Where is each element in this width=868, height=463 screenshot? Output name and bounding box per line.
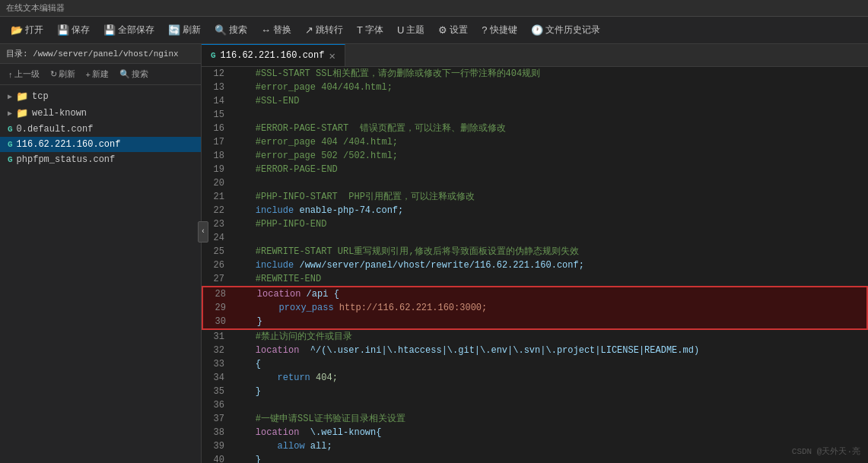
active-tab[interactable]: G 116.62.221.160.conf ✕ (202, 44, 345, 66)
code-token: /www/server/panel/vhost/rewrite/116.62.2… (294, 260, 584, 271)
code-line-row: 18 #error_page 502 /502.html; (202, 149, 868, 163)
code-token (234, 441, 278, 452)
tab-close-button[interactable]: ✕ (329, 49, 335, 62)
file-tree: ▶ 📁 tcp ▶ 📁 well-known G 0.default.conf … (0, 85, 201, 463)
sidebar-collapse-button[interactable]: ‹ (198, 221, 208, 243)
code-token: #ERROR-PAGE-START 错误页配置，可以注释、删除或修改 (234, 123, 506, 134)
font-label: 字体 (365, 24, 383, 36)
sidebar: 目录: /www/server/panel/vhost/nginx ↑上一级↻刷… (0, 44, 202, 463)
code-token: #SSL-START SSL相关配置，请勿删除或修改下一行带注释的404规则 (234, 68, 540, 79)
toolbar-btn-theme[interactable]: U主题 (391, 21, 431, 39)
toolbar-btn-save[interactable]: 💾保存 (51, 21, 96, 39)
code-editor[interactable]: 12 #SSL-START SSL相关配置，请勿删除或修改下一行带注释的404规… (202, 67, 868, 463)
tabs-bar: G 116.62.221.160.conf ✕ (202, 44, 868, 67)
line-content: return 404; (231, 371, 868, 385)
code-line-row: 32 location ^/(\.user.ini|\.htaccess|\.g… (202, 344, 868, 357)
sidebar-action-search[interactable]: 🔍搜索 (116, 67, 152, 81)
goto-icon: ↗ (305, 24, 313, 36)
code-token (234, 205, 256, 216)
code-line-row: 30 } (202, 315, 868, 330)
line-content: #SSL-START SSL相关配置，请勿删除或修改下一行带注释的404规则 (231, 67, 868, 81)
line-number: 32 (202, 344, 231, 357)
file-name: phpfpm_status.conf (17, 154, 116, 165)
line-number: 35 (202, 385, 231, 398)
toolbar-btn-history[interactable]: 🕐文件历史记录 (525, 21, 606, 39)
code-token: #禁止访问的文件或目录 (234, 331, 352, 342)
toolbar-btn-open[interactable]: 📂打开 (5, 21, 49, 39)
toolbar-btn-shortcut[interactable]: ?快捷键 (475, 21, 523, 39)
code-token: 404; (310, 373, 338, 383)
line-number: 31 (202, 330, 231, 344)
code-line-row: 21 #PHP-INFO-START PHP引用配置，可以注释或修改 (202, 190, 868, 204)
code-token: ^/(\.user.ini|\.htaccess|\.git|\.env|\.s… (299, 345, 699, 356)
open-icon: 📂 (11, 24, 23, 36)
sidebar-action-new[interactable]: +新建 (82, 67, 113, 81)
tree-item-0.default.conf[interactable]: G 0.default.conf (0, 122, 201, 137)
folder-icon: 📁 (16, 107, 28, 119)
line-number: 34 (202, 371, 231, 385)
code-line-row: 35 } (202, 385, 868, 398)
line-number: 29 (203, 301, 232, 315)
line-content: #error_page 404 /404.html; (231, 135, 868, 149)
replace-label: 替换 (273, 24, 291, 36)
toolbar-btn-save-all[interactable]: 💾全部保存 (97, 21, 161, 39)
code-line-row: 20 (202, 176, 868, 190)
code-token: #error_page 404 /404.html; (234, 137, 398, 147)
toolbar-btn-replace[interactable]: ↔替换 (255, 21, 297, 39)
breadcrumb-path: /www/server/panel/vhost/nginx (33, 49, 178, 59)
code-token: } (234, 386, 261, 397)
code-line-row: 33 { (202, 357, 868, 371)
tree-item-tcp[interactable]: ▶ 📁 tcp (0, 88, 201, 105)
line-content: #一键申请SSL证书验证目录相关设置 (231, 412, 868, 426)
line-content: location ^/(\.user.ini|\.htaccess|\.git|… (231, 344, 868, 357)
code-token: allow (278, 441, 305, 452)
code-token: } (234, 455, 261, 463)
refresh-action-icon: ↻ (50, 69, 57, 79)
toolbar-btn-refresh[interactable]: 🔄刷新 (162, 21, 207, 39)
code-token: return (278, 373, 310, 383)
line-content: #REWRITE-START URL重写规则引用,修改后将导致面板设置的伪静态规… (231, 245, 868, 258)
line-content: #禁止访问的文件或目录 (231, 330, 868, 344)
tree-item-116.62.221.160.conf[interactable]: G 116.62.221.160.conf (0, 137, 201, 152)
code-line-row: 34 return 404; (202, 371, 868, 385)
code-token: location (256, 427, 300, 438)
code-token: \.well-known{ (299, 427, 381, 438)
code-token: enable-php-74.conf; (294, 205, 403, 216)
line-content: } (231, 385, 868, 398)
line-number: 19 (202, 163, 231, 176)
code-token (234, 260, 256, 271)
sidebar-action-up[interactable]: ↑上一级 (5, 67, 43, 81)
breadcrumb-label: 目录: (6, 49, 33, 59)
code-lines: 12 #SSL-START SSL相关配置，请勿删除或修改下一行带注释的404规… (202, 67, 868, 463)
folder-name: well-known (32, 108, 87, 119)
line-number: 36 (202, 398, 231, 412)
line-number: 27 (202, 272, 231, 286)
line-content: #REWRITE-END (231, 272, 868, 286)
sidebar-actions: ↑上一级↻刷新+新建🔍搜索 (0, 64, 201, 85)
code-token: /api { (300, 289, 339, 300)
code-token (235, 303, 279, 313)
toolbar-btn-font[interactable]: T字体 (351, 21, 389, 39)
line-content: location \.well-known{ (231, 426, 868, 439)
line-number: 21 (202, 190, 231, 204)
search-action-icon: 🔍 (119, 69, 130, 79)
toolbar-btn-search[interactable]: 🔍搜索 (208, 21, 253, 39)
toolbar-btn-goto[interactable]: ↗跳转行 (299, 21, 349, 39)
line-number: 30 (203, 315, 232, 328)
sidebar-action-refresh[interactable]: ↻刷新 (46, 67, 79, 81)
tree-item-phpfpm_status.conf[interactable]: G phpfpm_status.conf (0, 152, 201, 167)
shortcut-label: 快捷键 (490, 24, 517, 36)
code-line-row: 26 include /www/server/panel/vhost/rewri… (202, 258, 868, 272)
theme-label: 主题 (406, 24, 424, 36)
file-g-icon: G (8, 155, 13, 164)
tree-item-well-known[interactable]: ▶ 📁 well-known (0, 105, 201, 122)
toolbar-btn-settings[interactable]: ⚙设置 (432, 21, 474, 39)
main-layout: 目录: /www/server/panel/vhost/nginx ↑上一级↻刷… (0, 44, 868, 463)
line-number: 16 (202, 122, 231, 135)
shortcut-icon: ? (482, 24, 487, 36)
line-content: #error_page 502 /502.html; (231, 149, 868, 163)
code-line-row: 14 #SSL-END (202, 94, 868, 108)
code-token: #PHP-INFO-START PHP引用配置，可以注释或修改 (234, 192, 475, 202)
file-g-icon: G (8, 140, 13, 149)
line-number: 38 (202, 426, 231, 439)
